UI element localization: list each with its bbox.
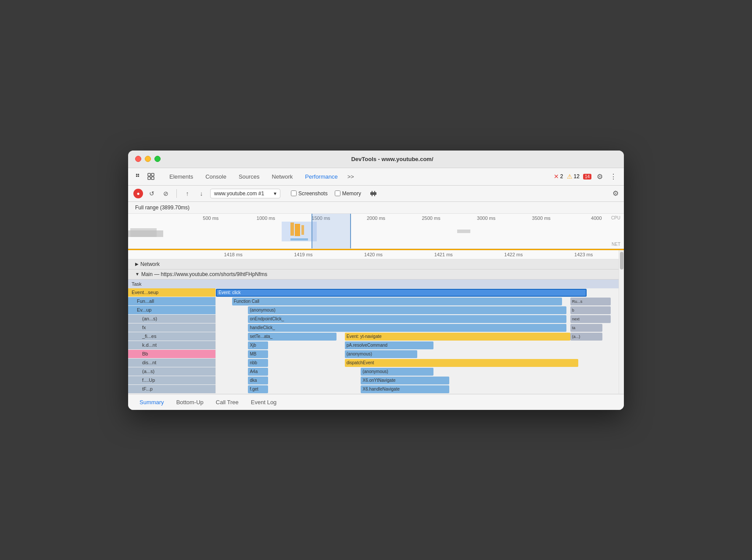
svg-rect-4 bbox=[148, 173, 150, 176]
svg-rect-1 bbox=[138, 174, 139, 175]
minimize-button[interactable] bbox=[145, 156, 151, 162]
download-button[interactable]: ↓ bbox=[196, 188, 207, 199]
flame-block-ta[interactable]: ta bbox=[570, 324, 602, 332]
refresh-button[interactable]: ↺ bbox=[147, 188, 157, 199]
flame-block-x6-navigate[interactable]: X6.onYtNavigate bbox=[361, 377, 449, 384]
window-title: DevTools - www.youtube.com/ bbox=[168, 156, 617, 162]
timeline-overview[interactable]: 500 ms 1000 ms 1500 ms 2000 ms 2500 ms 3… bbox=[128, 214, 624, 249]
svg-rect-2 bbox=[136, 176, 137, 177]
flame-block-a[interactable]: (a...) bbox=[570, 333, 602, 341]
url-selector[interactable]: www.youtube.com #1 ▾ bbox=[210, 189, 280, 198]
flame-block-dispatch-event[interactable]: dispatchEvent bbox=[345, 359, 578, 367]
flame-label-10: f....Up bbox=[128, 376, 216, 384]
net-label: NET bbox=[612, 242, 620, 247]
flame-content-2: (anonymous) b bbox=[216, 306, 619, 314]
log-badge[interactable]: 14 bbox=[583, 174, 591, 179]
main-track-header[interactable]: ▼ Main — https://www.youtube.com/shorts/… bbox=[128, 269, 619, 280]
upload-button[interactable]: ↑ bbox=[182, 188, 193, 199]
flame-block-anonymous-2[interactable]: (anonymous) bbox=[361, 368, 433, 376]
tab-summary[interactable]: Summary bbox=[133, 395, 170, 410]
flame-block-function-call[interactable]: Function Call bbox=[232, 298, 562, 305]
tab-event-log[interactable]: Event Log bbox=[245, 395, 283, 410]
flame-block-anonymous-1[interactable]: (anonymous) bbox=[345, 350, 417, 358]
network-track-header[interactable]: ▶ Network bbox=[128, 259, 619, 269]
zoomed-ruler: 1418 ms 1419 ms 1420 ms 1421 ms 1422 ms … bbox=[128, 250, 619, 259]
record-button[interactable]: ● bbox=[133, 189, 143, 198]
flame-block-fget[interactable]: f.get bbox=[248, 385, 268, 393]
flame-row-1: Fun...all Function Call Ru...s bbox=[128, 297, 619, 306]
scrollbar-thumb[interactable] bbox=[620, 252, 623, 269]
tab-elements[interactable]: Elements bbox=[163, 172, 199, 182]
maximize-button[interactable] bbox=[154, 156, 161, 162]
tab-network[interactable]: Network bbox=[266, 172, 299, 182]
svg-rect-12 bbox=[374, 195, 375, 196]
flame-block-sette-ata[interactable]: setTe...ata_ bbox=[248, 333, 337, 341]
cpu-label: CPU bbox=[611, 215, 620, 220]
ruler-marks: 500 ms 1000 ms 1500 ms 2000 ms 2500 ms 3… bbox=[128, 214, 624, 221]
timeline-selection[interactable] bbox=[312, 214, 351, 248]
capture-settings-icon[interactable]: ⚙ bbox=[612, 190, 619, 197]
tab-bottom-up[interactable]: Bottom-Up bbox=[170, 395, 210, 410]
svg-rect-11 bbox=[372, 195, 372, 196]
close-button[interactable] bbox=[135, 156, 141, 162]
flame-block-yt-navigate[interactable]: Event: yt-navigate bbox=[345, 333, 570, 341]
error-badge[interactable]: ✕ 2 bbox=[554, 173, 563, 180]
settings-gear-icon[interactable]: ⚙ bbox=[595, 171, 605, 183]
flame-block-event-click[interactable]: Event: click bbox=[216, 289, 587, 297]
flame-row-10: f....Up dka X6.onYtNavigate bbox=[128, 376, 619, 385]
svg-rect-5 bbox=[151, 173, 154, 176]
flame-content-0: Event: click bbox=[216, 288, 619, 297]
flame-block-next[interactable]: next bbox=[570, 315, 611, 323]
flame-block-ru-s[interactable]: Ru...s bbox=[570, 298, 611, 305]
flame-row-3: (an...s) onEndpointClick_ next bbox=[128, 315, 619, 323]
flame-block-a4a[interactable]: A4a bbox=[248, 368, 268, 376]
tab-sources[interactable]: Sources bbox=[233, 172, 266, 182]
content-area: 1418 ms 1419 ms 1420 ms 1421 ms 1422 ms … bbox=[128, 250, 624, 394]
inspect-icon[interactable] bbox=[146, 171, 156, 182]
memory-checkbox[interactable]: Memory bbox=[335, 190, 361, 197]
warn-badge[interactable]: ⚠ 12 bbox=[567, 173, 580, 180]
traffic-lights bbox=[135, 156, 161, 162]
tab-console[interactable]: Console bbox=[199, 172, 233, 182]
mark-3000: 3000 ms bbox=[458, 215, 514, 221]
flame-content-7: MB (anonymous) bbox=[216, 350, 619, 358]
flame-block-dka[interactable]: dka bbox=[248, 377, 268, 384]
flame-block-handleclick[interactable]: handleClick_ bbox=[248, 324, 566, 332]
cursor-icon[interactable] bbox=[133, 171, 144, 182]
cpu-throttle-icon[interactable] bbox=[368, 188, 379, 199]
flame-label-1: Fun...all bbox=[128, 297, 216, 305]
flame-row-6: k.d...nt Xjb pA.resolveCommand bbox=[128, 341, 619, 350]
svg-rect-9 bbox=[372, 191, 372, 192]
flame-block-mb[interactable]: MB bbox=[248, 350, 268, 358]
flame-block-nbb[interactable]: nbb bbox=[248, 359, 268, 367]
tab-call-tree[interactable]: Call Tree bbox=[210, 395, 245, 410]
screenshots-checkbox[interactable]: Screenshots bbox=[291, 190, 328, 197]
svg-rect-3 bbox=[138, 176, 139, 177]
tab-performance[interactable]: Performance bbox=[299, 172, 344, 182]
flame-content-5: setTe...ata_ Event: yt-navigate (a...) bbox=[216, 332, 619, 341]
svg-rect-7 bbox=[151, 177, 154, 179]
zoom-mark-1421: 1421 ms bbox=[408, 252, 479, 257]
flame-block-pa-resolve[interactable]: pA.resolveCommand bbox=[345, 341, 433, 349]
flame-block-b[interactable]: b bbox=[570, 306, 611, 314]
flame-label-4: fx bbox=[128, 323, 216, 332]
more-tabs-button[interactable]: >> bbox=[344, 172, 358, 182]
flame-content-11: f.get X6.handleNavigate bbox=[216, 385, 619, 393]
flame-block-anonymous-0[interactable]: (anonymous) bbox=[248, 306, 566, 314]
flame-block-x6-handle[interactable]: X6.handleNavigate bbox=[361, 385, 449, 393]
rec-toolbar-right: ⚙ bbox=[612, 189, 619, 197]
flame-block-xjb[interactable]: Xjb bbox=[248, 341, 268, 349]
right-scrollbar[interactable] bbox=[619, 250, 624, 394]
more-options-icon[interactable]: ⋮ bbox=[608, 171, 619, 183]
flame-content-8: nbb dispatchEvent bbox=[216, 359, 619, 367]
svg-rect-16 bbox=[290, 223, 294, 236]
checkbox-group: Screenshots Memory bbox=[291, 188, 379, 199]
svg-rect-20 bbox=[457, 230, 470, 233]
flame-block-onendpointclick[interactable]: onEndpointClick_ bbox=[248, 315, 566, 323]
toolbar-left bbox=[133, 171, 156, 182]
flame-row-0: Event...seup Event: click bbox=[128, 288, 619, 297]
bottom-tab-bar: Summary Bottom-Up Call Tree Event Log bbox=[128, 394, 624, 410]
clear-button[interactable]: ⊘ bbox=[161, 188, 171, 199]
svg-rect-10 bbox=[374, 191, 375, 192]
flame-label-0: Event...seup bbox=[128, 288, 216, 297]
